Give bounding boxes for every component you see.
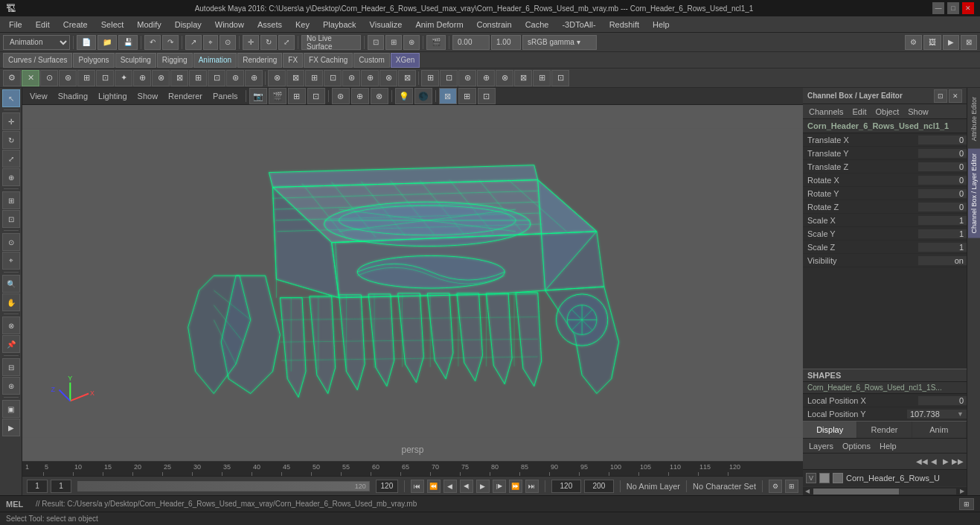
save-file-btn[interactable]: 💾: [118, 35, 138, 50]
icon-btn-25[interactable]: ⊕: [477, 70, 495, 86]
lasso-btn[interactable]: ⌖: [203, 35, 218, 50]
layer-prev-btn[interactable]: ◀: [928, 456, 940, 468]
ch-menu-object[interactable]: Object: [872, 106, 902, 117]
next-key-btn[interactable]: |▶: [493, 480, 506, 493]
vp-menu-show[interactable]: Show: [133, 90, 163, 102]
vp-render3-btn[interactable]: ⊗: [371, 88, 388, 104]
tab-custom[interactable]: Custom: [353, 53, 389, 68]
step-back-btn[interactable]: ⏪: [427, 480, 441, 493]
layer-scroll-right-btn[interactable]: ▶: [958, 488, 967, 494]
icon-btn-26[interactable]: ⊗: [496, 70, 513, 86]
mode-select[interactable]: Animation: [3, 35, 70, 50]
ch-menu-edit[interactable]: Edit: [849, 106, 869, 117]
menu-key[interactable]: Key: [289, 19, 316, 31]
vp-menu-panels[interactable]: Panels: [208, 90, 243, 102]
vp-render2-btn[interactable]: ⊕: [351, 88, 369, 104]
icon-btn-2[interactable]: ⊙: [40, 70, 58, 86]
tool-snap[interactable]: ⊞: [2, 191, 20, 209]
tool-extras[interactable]: ⊗: [2, 316, 20, 334]
paint-btn[interactable]: ⊙: [220, 35, 236, 50]
field2[interactable]: 1.00: [491, 35, 521, 50]
vp-render-btn[interactable]: ⊛: [332, 88, 350, 104]
tab-anim[interactable]: Anim: [912, 421, 967, 438]
channel-resize-btn[interactable]: ⊡: [934, 89, 947, 103]
layer-menu-help[interactable]: Help: [877, 441, 900, 451]
tab-polygons[interactable]: Polygons: [73, 53, 114, 68]
menu-help[interactable]: Help: [647, 19, 676, 31]
vp-shadow-btn[interactable]: 🌑: [414, 88, 432, 104]
menu-modify[interactable]: Modify: [131, 19, 167, 31]
tool-paint[interactable]: ⊙: [2, 233, 20, 251]
vp-grid-btn[interactable]: ⊞: [288, 88, 306, 104]
menu-assets[interactable]: Assets: [252, 19, 288, 31]
tool-zoom[interactable]: 🔍: [2, 275, 20, 293]
menu-visualize[interactable]: Visualize: [364, 19, 409, 31]
tool-grid[interactable]: ⊟: [2, 358, 20, 376]
tool-render[interactable]: ▣: [2, 400, 20, 418]
tool-move[interactable]: ✛: [2, 112, 20, 130]
tool-pin[interactable]: 📌: [2, 335, 20, 353]
menu-create[interactable]: Create: [57, 19, 94, 31]
vp-smooth-btn[interactable]: ⊞: [458, 88, 476, 104]
layer-next-next-btn[interactable]: ▶▶: [952, 456, 964, 468]
select-btn[interactable]: ↗: [185, 35, 202, 50]
icon-btn-4[interactable]: ⊞: [77, 70, 95, 86]
render-view-btn[interactable]: 🖼: [923, 35, 941, 50]
status-icon[interactable]: ⊞: [959, 498, 974, 510]
channel-close-btn[interactable]: ✕: [949, 89, 962, 103]
tool-select[interactable]: ↖: [2, 89, 20, 107]
maximize-button[interactable]: □: [947, 2, 959, 14]
layer-v-toggle[interactable]: V: [806, 473, 816, 483]
ch-menu-channels[interactable]: Channels: [806, 106, 846, 117]
vp-light-btn[interactable]: 💡: [395, 88, 413, 104]
menu-window[interactable]: Window: [209, 19, 250, 31]
layer-menu-layers[interactable]: Layers: [806, 441, 836, 451]
tab-fx[interactable]: FX: [283, 53, 303, 68]
vp-wire-btn[interactable]: ⊠: [439, 88, 457, 104]
render-btn[interactable]: 🎬: [426, 35, 446, 50]
settings-btn[interactable]: ⚙: [3, 70, 21, 86]
menu-playback[interactable]: Playback: [317, 19, 362, 31]
vp-menu-shading[interactable]: Shading: [54, 90, 92, 102]
snap1-btn[interactable]: ⊡: [368, 35, 384, 50]
tab-rigging[interactable]: Rigging: [157, 53, 193, 68]
icon-btn-9[interactable]: ⊠: [170, 70, 188, 86]
vp-resolution-btn[interactable]: ⊡: [307, 88, 325, 104]
icon-btn-23[interactable]: ⊡: [440, 70, 458, 86]
tool-soft[interactable]: ⊡: [2, 210, 20, 228]
tab-fx-caching[interactable]: FX Caching: [304, 53, 353, 68]
icon-btn-17[interactable]: ⊡: [324, 70, 342, 86]
tool-scale[interactable]: ⤢: [2, 150, 20, 168]
icon-btn-15[interactable]: ⊠: [286, 70, 304, 86]
ipr-btn[interactable]: ▶: [943, 35, 959, 50]
menu-cache[interactable]: Cache: [519, 19, 555, 31]
vp-menu-lighting[interactable]: Lighting: [94, 90, 132, 102]
render-settings-btn[interactable]: ⚙: [905, 35, 922, 50]
layer-prev-prev-btn[interactable]: ◀◀: [916, 456, 928, 468]
tab-render[interactable]: Render: [857, 421, 912, 438]
tool-ipr[interactable]: ▶: [2, 419, 20, 436]
layer-p-toggle[interactable]: [819, 473, 830, 483]
layer-scrollbar-thumb[interactable]: [813, 489, 899, 494]
icon-btn-12[interactable]: ⊛: [226, 70, 244, 86]
tab-display[interactable]: Display: [803, 421, 857, 438]
vp-menu-view[interactable]: View: [25, 90, 52, 102]
attribute-editor-tab[interactable]: Attribute Editor: [968, 92, 980, 146]
snap2-btn[interactable]: ⊞: [385, 35, 402, 50]
layer-next-btn[interactable]: ▶: [940, 456, 952, 468]
icon-btn-21[interactable]: ⊠: [398, 70, 416, 86]
icon-btn-1[interactable]: ✕: [22, 70, 39, 86]
tool-lasso[interactable]: ⌖: [2, 252, 20, 270]
icon-btn-22[interactable]: ⊞: [421, 70, 439, 86]
layer-menu-options[interactable]: Options: [839, 441, 874, 451]
icon-btn-18[interactable]: ⊛: [342, 70, 360, 86]
icon-btn-19[interactable]: ⊕: [361, 70, 379, 86]
move-btn[interactable]: ✛: [243, 35, 259, 50]
undo-btn[interactable]: ↶: [144, 35, 161, 50]
max-frame-input[interactable]: [584, 480, 614, 493]
layer-scrollbar-track[interactable]: [813, 489, 956, 494]
step-forward-btn[interactable]: ⏩: [509, 480, 522, 493]
layer-scroll-left-btn[interactable]: ◀: [803, 488, 812, 494]
icon-btn-27[interactable]: ⊠: [514, 70, 532, 86]
end-frame-input[interactable]: [376, 480, 398, 493]
